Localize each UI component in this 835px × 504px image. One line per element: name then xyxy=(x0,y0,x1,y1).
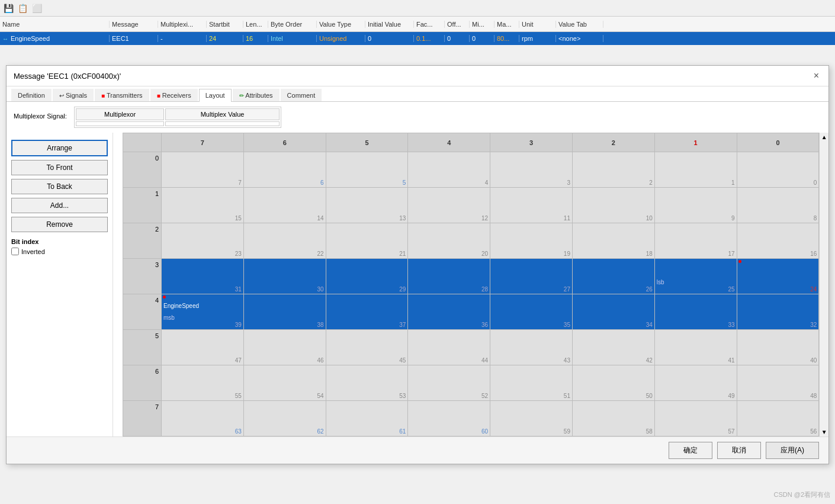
col-max: Ma... xyxy=(494,21,519,28)
col-valuetype: Value Type xyxy=(317,21,365,28)
cell-factor: 0.1... xyxy=(414,35,445,42)
col-unit: Unit xyxy=(519,21,556,28)
cell-length: 16 xyxy=(243,35,268,42)
cell-offset: 0 xyxy=(445,35,470,42)
col-message: Message xyxy=(110,21,158,28)
cell-valuetab: <none> xyxy=(556,35,603,42)
table-row[interactable]: ↔ EngineSpeed EEC1 - 24 16 Intel Unsigne… xyxy=(0,32,835,45)
col-name: Name xyxy=(0,21,110,28)
col-min: Mi... xyxy=(470,21,494,28)
cell-initial: 0 xyxy=(365,35,414,42)
cell-multiplex: - xyxy=(158,35,207,42)
cell-message: EEC1 xyxy=(110,35,158,42)
cell-name: ↔ EngineSpeed xyxy=(0,35,110,42)
copy-icon[interactable]: 📋 xyxy=(17,3,28,14)
col-initial: Initial Value xyxy=(365,21,414,28)
cell-unit: rpm xyxy=(519,35,556,42)
col-startbit: Startbit xyxy=(207,21,243,28)
col-byteorder: Byte Order xyxy=(268,21,317,28)
col-factor: Fac... xyxy=(414,21,445,28)
cell-max: 80... xyxy=(494,35,519,42)
col-multiplex: Multiplexi... xyxy=(158,21,207,28)
window-icon[interactable]: ⬜ xyxy=(31,3,43,14)
col-offset: Off... xyxy=(445,21,470,28)
cell-startbit: 24 xyxy=(207,35,243,42)
cell-byteorder: Intel xyxy=(268,35,317,42)
table-header: Name Message Multiplexi... Startbit Len.… xyxy=(0,17,835,32)
col-length: Len... xyxy=(243,21,268,28)
col-valuetab: Value Tab xyxy=(556,21,603,28)
toolbar: 💾 📋 ⬜ xyxy=(0,0,835,17)
cell-min: 0 xyxy=(470,35,494,42)
cell-valuetype: Unsigned xyxy=(317,35,365,42)
save-icon[interactable]: 💾 xyxy=(2,3,14,14)
